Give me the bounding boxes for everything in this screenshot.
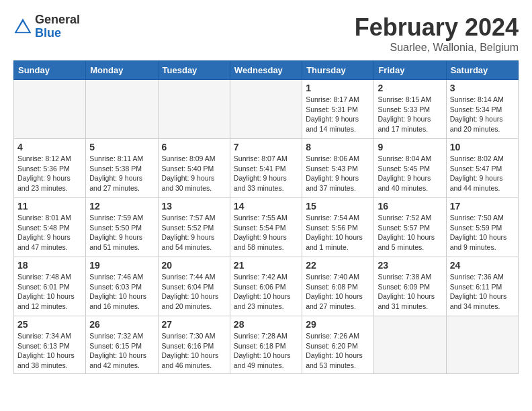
day-info: Sunrise: 7:28 AM Sunset: 6:18 PM Dayligh… — [234, 331, 298, 371]
day-number: 23 — [378, 260, 442, 271]
header-row: SundayMondayTuesdayWednesdayThursdayFrid… — [14, 61, 519, 80]
calendar-cell: 23Sunrise: 7:38 AM Sunset: 6:09 PM Dayli… — [374, 257, 446, 316]
day-number: 18 — [17, 260, 82, 271]
calendar-table: SundayMondayTuesdayWednesdayThursdayFrid… — [13, 60, 519, 374]
calendar-cell: 18Sunrise: 7:48 AM Sunset: 6:01 PM Dayli… — [14, 257, 86, 316]
day-info: Sunrise: 7:42 AM Sunset: 6:06 PM Dayligh… — [234, 272, 298, 312]
logo: General Blue — [13, 13, 80, 40]
calendar-cell: 19Sunrise: 7:46 AM Sunset: 6:03 PM Dayli… — [86, 257, 158, 316]
calendar-cell: 4Sunrise: 8:12 AM Sunset: 5:36 PM Daylig… — [14, 139, 86, 198]
calendar-cell: 8Sunrise: 8:06 AM Sunset: 5:43 PM Daylig… — [302, 139, 374, 198]
day-info: Sunrise: 8:14 AM Sunset: 5:34 PM Dayligh… — [450, 95, 515, 134]
header-day-wednesday: Wednesday — [230, 61, 302, 80]
week-row-3: 11Sunrise: 8:01 AM Sunset: 5:48 PM Dayli… — [14, 198, 519, 257]
day-info: Sunrise: 7:52 AM Sunset: 5:57 PM Dayligh… — [378, 213, 442, 253]
day-number: 9 — [378, 142, 442, 152]
day-number: 12 — [89, 201, 154, 212]
calendar-cell — [86, 80, 158, 139]
day-info: Sunrise: 8:17 AM Sunset: 5:31 PM Dayligh… — [306, 95, 370, 134]
day-number: 21 — [234, 260, 298, 271]
day-number: 4 — [17, 142, 82, 152]
day-info: Sunrise: 7:40 AM Sunset: 6:08 PM Dayligh… — [306, 272, 370, 312]
day-info: Sunrise: 8:02 AM Sunset: 5:47 PM Dayligh… — [450, 154, 515, 193]
day-number: 29 — [306, 319, 370, 330]
calendar-header: SundayMondayTuesdayWednesdayThursdayFrid… — [14, 61, 519, 80]
calendar-cell: 27Sunrise: 7:30 AM Sunset: 6:16 PM Dayli… — [158, 316, 230, 374]
day-info: Sunrise: 8:11 AM Sunset: 5:38 PM Dayligh… — [89, 154, 154, 193]
day-info: Sunrise: 7:30 AM Sunset: 6:16 PM Dayligh… — [162, 331, 226, 371]
calendar-cell: 6Sunrise: 8:09 AM Sunset: 5:40 PM Daylig… — [158, 139, 230, 198]
day-number: 14 — [234, 201, 298, 212]
calendar-cell: 20Sunrise: 7:44 AM Sunset: 6:04 PM Dayli… — [158, 257, 230, 316]
calendar-cell: 16Sunrise: 7:52 AM Sunset: 5:57 PM Dayli… — [374, 198, 446, 257]
day-number: 22 — [306, 260, 370, 271]
day-number: 1 — [306, 83, 370, 93]
day-number: 3 — [450, 83, 515, 93]
calendar-body: 1Sunrise: 8:17 AM Sunset: 5:31 PM Daylig… — [14, 80, 519, 374]
calendar-cell: 1Sunrise: 8:17 AM Sunset: 5:31 PM Daylig… — [302, 80, 374, 139]
day-number: 19 — [89, 260, 154, 271]
calendar-cell — [14, 80, 86, 139]
calendar-cell: 14Sunrise: 7:55 AM Sunset: 5:54 PM Dayli… — [230, 198, 302, 257]
calendar-cell: 10Sunrise: 8:02 AM Sunset: 5:47 PM Dayli… — [446, 139, 518, 198]
calendar-cell: 29Sunrise: 7:26 AM Sunset: 6:20 PM Dayli… — [302, 316, 374, 374]
day-info: Sunrise: 8:07 AM Sunset: 5:41 PM Dayligh… — [234, 154, 298, 193]
week-row-4: 18Sunrise: 7:48 AM Sunset: 6:01 PM Dayli… — [14, 257, 519, 316]
calendar-cell: 26Sunrise: 7:32 AM Sunset: 6:15 PM Dayli… — [86, 316, 158, 374]
day-number: 6 — [162, 142, 226, 152]
day-info: Sunrise: 8:04 AM Sunset: 5:45 PM Dayligh… — [378, 154, 442, 193]
calendar-cell — [230, 80, 302, 139]
day-info: Sunrise: 7:38 AM Sunset: 6:09 PM Dayligh… — [378, 272, 442, 312]
week-row-1: 1Sunrise: 8:17 AM Sunset: 5:31 PM Daylig… — [14, 80, 519, 139]
calendar-cell: 3Sunrise: 8:14 AM Sunset: 5:34 PM Daylig… — [446, 80, 518, 139]
week-row-2: 4Sunrise: 8:12 AM Sunset: 5:36 PM Daylig… — [14, 139, 519, 198]
calendar-cell: 12Sunrise: 7:59 AM Sunset: 5:50 PM Dayli… — [86, 198, 158, 257]
calendar-cell: 24Sunrise: 7:36 AM Sunset: 6:11 PM Dayli… — [446, 257, 518, 316]
day-info: Sunrise: 8:01 AM Sunset: 5:48 PM Dayligh… — [17, 213, 82, 253]
calendar-cell: 25Sunrise: 7:34 AM Sunset: 6:13 PM Dayli… — [14, 316, 86, 374]
day-number: 8 — [306, 142, 370, 152]
day-info: Sunrise: 8:12 AM Sunset: 5:36 PM Dayligh… — [17, 154, 82, 193]
calendar-cell: 9Sunrise: 8:04 AM Sunset: 5:45 PM Daylig… — [374, 139, 446, 198]
header-day-saturday: Saturday — [446, 61, 518, 80]
day-info: Sunrise: 8:06 AM Sunset: 5:43 PM Dayligh… — [306, 154, 370, 193]
day-info: Sunrise: 7:46 AM Sunset: 6:03 PM Dayligh… — [89, 272, 154, 312]
day-number: 15 — [306, 201, 370, 212]
day-number: 5 — [89, 142, 154, 152]
header-day-thursday: Thursday — [302, 61, 374, 80]
calendar-cell: 28Sunrise: 7:28 AM Sunset: 6:18 PM Dayli… — [230, 316, 302, 374]
day-info: Sunrise: 7:57 AM Sunset: 5:52 PM Dayligh… — [162, 213, 226, 253]
day-number: 11 — [17, 201, 82, 212]
calendar-cell: 7Sunrise: 8:07 AM Sunset: 5:41 PM Daylig… — [230, 139, 302, 198]
day-number: 28 — [234, 319, 298, 330]
calendar-cell: 15Sunrise: 7:54 AM Sunset: 5:56 PM Dayli… — [302, 198, 374, 257]
day-number: 10 — [450, 142, 515, 152]
day-info: Sunrise: 7:26 AM Sunset: 6:20 PM Dayligh… — [306, 331, 370, 371]
page-header: General Blue February 2024 Suarlee, Wall… — [13, 13, 519, 54]
calendar-cell — [446, 316, 518, 374]
day-info: Sunrise: 7:36 AM Sunset: 6:11 PM Dayligh… — [450, 272, 515, 312]
day-info: Sunrise: 7:59 AM Sunset: 5:50 PM Dayligh… — [89, 213, 154, 253]
calendar-cell — [158, 80, 230, 139]
header-day-sunday: Sunday — [14, 61, 86, 80]
logo-general: General — [35, 13, 80, 27]
calendar-cell: 5Sunrise: 8:11 AM Sunset: 5:38 PM Daylig… — [86, 139, 158, 198]
month-title: February 2024 — [355, 13, 519, 42]
day-info: Sunrise: 7:54 AM Sunset: 5:56 PM Dayligh… — [306, 213, 370, 253]
day-number: 7 — [234, 142, 298, 152]
calendar-cell — [374, 316, 446, 374]
day-info: Sunrise: 7:32 AM Sunset: 6:15 PM Dayligh… — [89, 331, 154, 371]
day-number: 25 — [17, 319, 82, 330]
day-number: 26 — [89, 319, 154, 330]
title-block: February 2024 Suarlee, Wallonia, Belgium — [355, 13, 519, 54]
week-row-5: 25Sunrise: 7:34 AM Sunset: 6:13 PM Dayli… — [14, 316, 519, 374]
calendar-cell: 17Sunrise: 7:50 AM Sunset: 5:59 PM Dayli… — [446, 198, 518, 257]
day-info: Sunrise: 8:09 AM Sunset: 5:40 PM Dayligh… — [162, 154, 226, 193]
day-number: 27 — [162, 319, 226, 330]
header-day-tuesday: Tuesday — [158, 61, 230, 80]
logo-blue: Blue — [35, 27, 80, 40]
header-day-monday: Monday — [86, 61, 158, 80]
day-number: 2 — [378, 83, 442, 93]
day-number: 20 — [162, 260, 226, 271]
header-day-friday: Friday — [374, 61, 446, 80]
